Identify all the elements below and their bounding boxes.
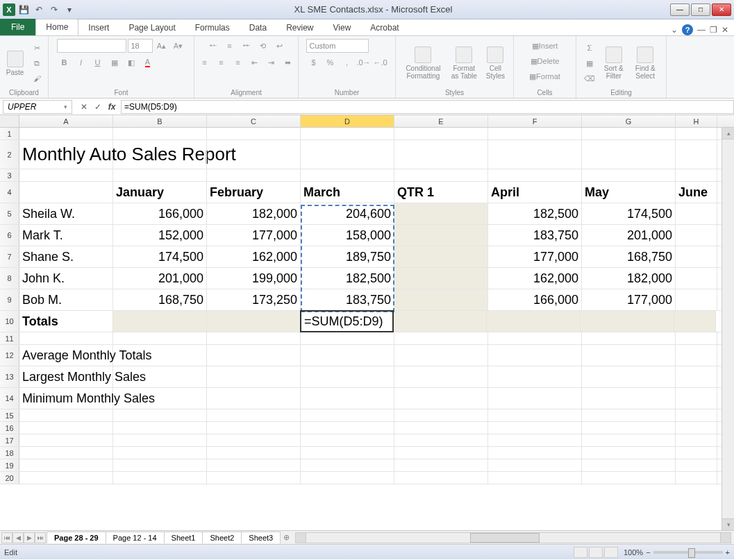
- salesperson-name[interactable]: John K.: [19, 268, 113, 289]
- data-cell[interactable]: 177,000: [582, 289, 676, 310]
- tab-data[interactable]: Data: [240, 20, 276, 35]
- data-cell[interactable]: 183,750: [488, 225, 582, 246]
- data-cell[interactable]: 174,500: [113, 246, 207, 267]
- row-header[interactable]: 9: [0, 289, 19, 310]
- col-jun[interactable]: June: [676, 182, 717, 203]
- row-header[interactable]: 14: [0, 388, 19, 409]
- report-title[interactable]: Monthly Auto Sales Report: [19, 140, 113, 169]
- normal-view-icon[interactable]: [574, 547, 587, 558]
- ribbon-minimize-icon[interactable]: ⌄: [671, 25, 678, 35]
- row-header[interactable]: 5: [0, 203, 19, 224]
- sort-filter-button[interactable]: Sort & Filter: [600, 45, 628, 81]
- tab-page-layout[interactable]: Page Layout: [119, 20, 185, 35]
- data-cell[interactable]: 177,000: [488, 246, 582, 267]
- help-icon[interactable]: ?: [682, 24, 693, 35]
- mdi-restore-icon[interactable]: ❐: [710, 25, 717, 35]
- insert-function-icon[interactable]: fx: [106, 102, 118, 112]
- cut-icon[interactable]: ✂: [29, 41, 44, 55]
- increase-decimal-icon[interactable]: .0→: [356, 56, 372, 69]
- data-cell[interactable]: [676, 268, 717, 289]
- sheet-tab[interactable]: Sheet1: [164, 532, 203, 543]
- col-header[interactable]: C: [207, 115, 301, 127]
- zoom-out-icon[interactable]: −: [646, 548, 650, 557]
- align-right-icon[interactable]: ≡: [231, 56, 246, 69]
- percent-icon[interactable]: %: [323, 56, 338, 69]
- col-header[interactable]: D: [301, 115, 394, 127]
- data-cell[interactable]: 168,750: [113, 289, 207, 310]
- col-header[interactable]: G: [582, 115, 676, 127]
- max-label[interactable]: Largest Monthly Sales: [19, 366, 113, 387]
- data-cell[interactable]: [394, 268, 488, 289]
- autosum-icon[interactable]: Σ: [582, 41, 597, 55]
- data-cell[interactable]: 158,000: [301, 225, 394, 246]
- tab-file[interactable]: File: [0, 19, 35, 35]
- row-header[interactable]: 4: [0, 182, 19, 203]
- tab-acrobat[interactable]: Acrobat: [360, 20, 408, 35]
- row-header[interactable]: 15: [0, 409, 19, 421]
- data-cell[interactable]: 174,500: [582, 203, 676, 224]
- data-cell[interactable]: 182,500: [301, 268, 394, 289]
- row-header[interactable]: 12: [0, 345, 19, 366]
- decrease-decimal-icon[interactable]: ←.0: [373, 56, 388, 69]
- salesperson-name[interactable]: Bob M.: [19, 289, 113, 310]
- delete-cells-button[interactable]: ▦ Delete: [528, 54, 561, 68]
- page-layout-view-icon[interactable]: [589, 547, 603, 558]
- sheet-nav-first-icon[interactable]: ⏮: [1, 532, 12, 543]
- row-header[interactable]: 1: [0, 128, 19, 139]
- row-header[interactable]: 19: [0, 459, 19, 471]
- row-header[interactable]: 8: [0, 268, 19, 289]
- row-header[interactable]: 7: [0, 246, 19, 267]
- data-cell[interactable]: 152,000: [113, 225, 207, 246]
- col-header[interactable]: E: [394, 115, 488, 127]
- col-may[interactable]: May: [582, 182, 676, 203]
- cell-styles-button[interactable]: Cell Styles: [483, 45, 508, 81]
- data-cell[interactable]: 201,000: [582, 225, 676, 246]
- sheet-tab[interactable]: Sheet2: [202, 532, 242, 543]
- comma-icon[interactable]: ,: [340, 56, 355, 69]
- row-header[interactable]: 18: [0, 447, 19, 459]
- fill-color-button[interactable]: ◧: [124, 56, 139, 69]
- align-middle-icon[interactable]: ≡: [222, 39, 237, 53]
- row-header[interactable]: 17: [0, 434, 19, 446]
- mdi-close-icon[interactable]: ✕: [722, 25, 728, 35]
- salesperson-name[interactable]: Mark T.: [19, 225, 113, 246]
- row-header[interactable]: 3: [0, 169, 19, 181]
- align-bottom-icon[interactable]: ⬵: [239, 39, 254, 53]
- data-cell[interactable]: 166,000: [488, 289, 582, 310]
- border-button[interactable]: ▦: [107, 56, 122, 69]
- row-header[interactable]: 20: [0, 472, 19, 484]
- vertical-scrollbar[interactable]: [722, 128, 734, 530]
- data-cell[interactable]: [676, 246, 717, 267]
- accounting-icon[interactable]: $: [306, 56, 322, 69]
- col-feb[interactable]: February: [207, 182, 301, 203]
- data-cell[interactable]: 182,000: [207, 203, 301, 224]
- col-jan[interactable]: January: [113, 182, 207, 203]
- number-format-select[interactable]: Custom: [306, 39, 369, 53]
- sheet-tab[interactable]: Page 28 - 29: [47, 532, 106, 543]
- row-header[interactable]: 13: [0, 366, 19, 387]
- col-header[interactable]: H: [676, 115, 717, 127]
- row-header[interactable]: 11: [0, 332, 19, 344]
- data-cell[interactable]: [394, 225, 488, 246]
- data-cell[interactable]: 199,000: [207, 268, 301, 289]
- horizontal-scrollbar[interactable]: [295, 532, 731, 543]
- data-cell[interactable]: 162,000: [207, 246, 301, 267]
- data-cell[interactable]: 168,750: [582, 246, 676, 267]
- data-cell[interactable]: 166,000: [113, 203, 207, 224]
- col-header[interactable]: A: [19, 115, 113, 127]
- tab-home[interactable]: Home: [35, 19, 78, 35]
- data-cell[interactable]: [394, 246, 488, 267]
- data-cell[interactable]: [394, 289, 488, 310]
- find-select-button[interactable]: Find & Select: [631, 45, 661, 81]
- page-break-view-icon[interactable]: [604, 547, 618, 558]
- decrease-font-icon[interactable]: A▾: [171, 39, 186, 53]
- paste-button[interactable]: Paste: [3, 49, 27, 78]
- row-header[interactable]: 6: [0, 225, 19, 246]
- redo-icon[interactable]: ↷: [47, 3, 61, 17]
- format-cells-button[interactable]: ▦ Format: [528, 69, 561, 83]
- maximize-button[interactable]: □: [691, 3, 710, 16]
- conditional-formatting-button[interactable]: Conditional Formatting: [401, 45, 445, 81]
- font-name-select[interactable]: [57, 39, 126, 53]
- data-cell[interactable]: [676, 203, 717, 224]
- align-center-icon[interactable]: ≡: [214, 56, 229, 69]
